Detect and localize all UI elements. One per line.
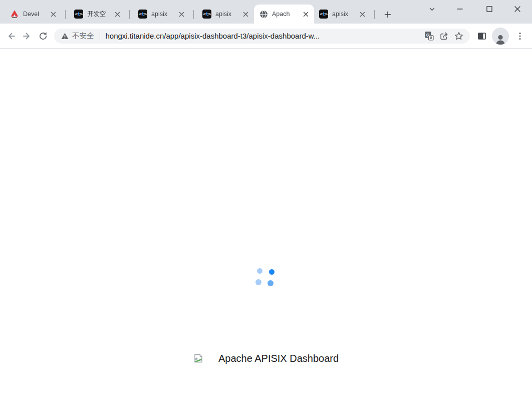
spinner-dot	[269, 269, 275, 275]
window-close-button[interactable]	[511, 3, 523, 15]
not-secure-warning-icon[interactable]	[61, 33, 69, 40]
tab-title: 开发空	[87, 10, 111, 19]
tab-separator	[374, 10, 375, 19]
side-panel-icon[interactable]	[475, 29, 489, 43]
tab-title: apisix	[215, 11, 239, 18]
tab-separator	[193, 10, 194, 19]
tab-apache-apisix-active[interactable]: Apach	[254, 5, 314, 24]
tab-close-icon[interactable]	[49, 10, 58, 19]
reload-button[interactable]	[35, 28, 51, 44]
tab-apisix-2[interactable]: <t> apisix	[197, 5, 254, 24]
forward-button[interactable]	[19, 28, 35, 44]
tab-search-chevron-icon[interactable]	[426, 3, 438, 15]
globe-icon	[259, 10, 268, 19]
omnibox-separator	[100, 32, 100, 40]
broken-image-icon	[193, 353, 203, 363]
translate-icon[interactable]: G	[422, 29, 436, 43]
page-content: Apache APISIX Dashboard	[0, 49, 532, 408]
not-secure-label: 不安全	[72, 31, 94, 41]
tab-devspace[interactable]: <t> 开发空	[69, 5, 126, 24]
tab-apisix-1[interactable]: <t> apisix	[133, 5, 190, 24]
tab-close-icon[interactable]	[302, 10, 310, 19]
fallback-alt-text: Apache APISIX Dashboard	[218, 353, 339, 364]
logo-fallback: Apache APISIX Dashboard	[0, 353, 532, 364]
tab-title: apisix	[151, 11, 175, 18]
url-text: hongxi.titanide.cn/app/apisix-dashboard-…	[106, 32, 421, 40]
tab-close-icon[interactable]	[177, 10, 186, 19]
bookmark-star-icon[interactable]	[452, 29, 466, 43]
titanide-favicon-icon: <t>	[138, 10, 147, 19]
tab-title: apisix	[332, 11, 356, 18]
tab-close-icon[interactable]	[358, 10, 367, 19]
titanide-favicon-icon: <t>	[319, 10, 328, 19]
maximize-button[interactable]	[483, 3, 495, 15]
address-bar[interactable]: 不安全 hongxi.titanide.cn/app/apisix-dashbo…	[54, 29, 470, 44]
spinner-dot	[255, 279, 261, 285]
spinner-dot	[257, 268, 262, 274]
back-button[interactable]	[3, 28, 19, 44]
profile-avatar[interactable]	[492, 28, 509, 45]
tab-close-icon[interactable]	[113, 10, 122, 19]
menu-icon[interactable]	[513, 29, 527, 43]
browser-toolbar: 不安全 hongxi.titanide.cn/app/apisix-dashbo…	[0, 24, 532, 48]
titanide-favicon-icon: <t>	[74, 10, 83, 19]
tab-separator	[65, 10, 66, 19]
titanide-favicon-icon: <t>	[202, 10, 211, 19]
share-icon[interactable]	[437, 29, 451, 43]
tab-separator	[129, 10, 130, 19]
tab-devel[interactable]: Devel	[5, 5, 62, 24]
tab-title: Devel	[23, 11, 47, 18]
tab-title: Apach	[272, 11, 300, 18]
new-tab-button[interactable]	[381, 8, 394, 21]
apisix-logo-icon	[10, 10, 19, 19]
browser-window: Devel <t> 开发空 <t> apisix <t> apisix	[0, 0, 532, 408]
spinner-dot	[268, 280, 274, 286]
tab-close-icon[interactable]	[241, 10, 250, 19]
tab-strip: Devel <t> 开发空 <t> apisix <t> apisix	[0, 0, 532, 24]
tab-apisix-3[interactable]: <t> apisix	[314, 5, 371, 24]
minimize-button[interactable]	[454, 3, 466, 15]
